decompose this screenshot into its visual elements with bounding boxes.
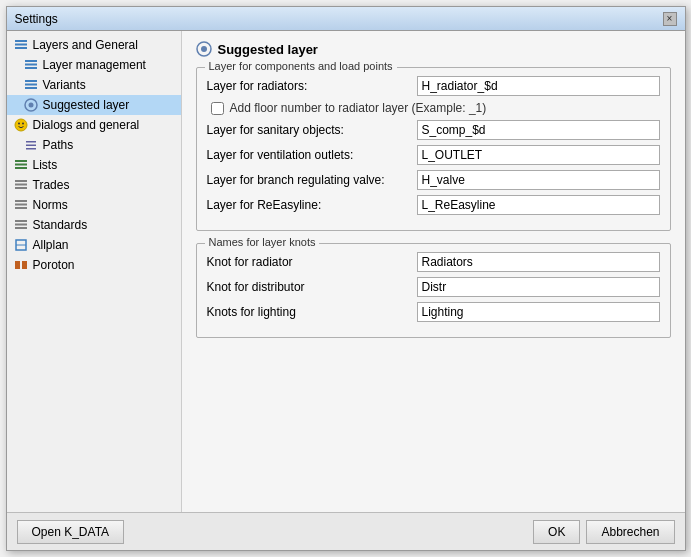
layer-components-group: Layer for components and load points Lay… [196,67,671,231]
svg-rect-31 [15,261,20,269]
sidebar-item-lists[interactable]: Lists [7,155,181,175]
poroton-icon [13,257,29,273]
sidebar-item-layers-general[interactable]: Layers and General [7,35,181,55]
svg-rect-28 [15,227,27,229]
svg-rect-25 [15,207,27,209]
sidebar-item-label: Dialogs and general [33,118,140,132]
sidebar-item-label: Allplan [33,238,69,252]
smiley-icon [13,117,29,133]
layer-sanitary-row: Layer for sanitary objects: [207,120,660,140]
svg-point-10 [28,103,33,108]
svg-rect-8 [25,87,37,89]
knot-radiator-label: Knot for radiator [207,255,417,269]
dialog-body: Layers and GeneralLayer managementVarian… [7,31,685,512]
knot-distributor-label: Knot for distributor [207,280,417,294]
sidebar-item-variants[interactable]: Variants [7,75,181,95]
sidebar-item-label: Suggested layer [43,98,130,112]
svg-rect-7 [25,84,37,86]
svg-rect-32 [22,261,27,269]
add-floor-number-row: Add floor number to radiator layer (Exam… [207,101,660,115]
layer-ventilation-input[interactable] [417,145,660,165]
svg-rect-0 [15,40,27,42]
main-content: Suggested layer Layer for components and… [182,31,685,512]
sidebar-item-standards[interactable]: Standards [7,215,181,235]
dialog-title: Settings [15,12,58,26]
layer-ventilation-row: Layer for ventilation outlets: [207,145,660,165]
knot-radiator-input[interactable] [417,252,660,272]
suggested-icon [23,97,39,113]
sidebar-item-layer-management[interactable]: Layer management [7,55,181,75]
knots-lighting-row: Knots for lighting [207,302,660,322]
add-floor-number-checkbox[interactable] [211,102,224,115]
layers-icon [13,37,29,53]
cancel-button[interactable]: Abbrechen [586,520,674,544]
sidebar-item-label: Norms [33,198,68,212]
sidebar-item-label: Paths [43,138,74,152]
layer-knots-group: Names for layer knots Knot for radiator … [196,243,671,338]
layer-branch-label: Layer for branch regulating valve: [207,173,417,187]
footer-left: Open K_DATA [17,520,125,544]
sidebar-item-label: Variants [43,78,86,92]
sidebar-item-dialogs-general[interactable]: Dialogs and general [7,115,181,135]
sidebar: Layers and GeneralLayer managementVarian… [7,31,182,512]
settings-icon [23,137,39,153]
svg-rect-4 [25,64,37,66]
svg-rect-23 [15,200,27,202]
open-kdata-button[interactable]: Open K_DATA [17,520,125,544]
sidebar-item-norms[interactable]: Norms [7,195,181,215]
layer-reeasyline-label: Layer for ReEasyline: [207,198,417,212]
sidebar-item-suggested-layer[interactable]: Suggested layer [7,95,181,115]
knots-lighting-label: Knots for lighting [207,305,417,319]
svg-point-11 [15,119,27,131]
footer-right: OK Abbrechen [533,520,674,544]
layer-sanitary-input[interactable] [417,120,660,140]
sidebar-item-label: Standards [33,218,88,232]
svg-point-34 [201,46,207,52]
standards-icon [13,217,29,233]
sidebar-item-trades[interactable]: Trades [7,175,181,195]
svg-rect-21 [15,184,27,186]
svg-rect-17 [15,160,27,162]
svg-rect-19 [15,167,27,169]
ok-button[interactable]: OK [533,520,580,544]
sidebar-item-poroton[interactable]: Poroton [7,255,181,275]
svg-rect-27 [15,224,27,226]
sidebar-item-label: Lists [33,158,58,172]
layer-branch-input[interactable] [417,170,660,190]
layer-ventilation-label: Layer for ventilation outlets: [207,148,417,162]
svg-rect-5 [25,67,37,69]
layer-radiators-row: Layer for radiators: [207,76,660,96]
layer-reeasyline-row: Layer for ReEasyline: [207,195,660,215]
svg-rect-22 [15,187,27,189]
svg-rect-14 [26,141,36,143]
layer-radiators-label: Layer for radiators: [207,79,417,93]
layer-radiators-input[interactable] [417,76,660,96]
close-button[interactable]: × [663,12,677,26]
svg-point-12 [18,123,20,125]
knots-lighting-input[interactable] [417,302,660,322]
svg-rect-1 [15,44,27,46]
knot-distributor-row: Knot for distributor [207,277,660,297]
sidebar-item-allplan[interactable]: Allplan [7,235,181,255]
dialog-footer: Open K_DATA OK Abbrechen [7,512,685,550]
sidebar-item-label: Trades [33,178,70,192]
suggested-layer-icon [196,41,212,57]
svg-rect-20 [15,180,27,182]
sidebar-item-label: Poroton [33,258,75,272]
layers-icon [23,57,39,73]
settings-dialog: Settings × Layers and GeneralLayer manag… [6,6,686,551]
knot-distributor-input[interactable] [417,277,660,297]
sidebar-item-label: Layers and General [33,38,138,52]
knot-radiator-row: Knot for radiator [207,252,660,272]
add-floor-number-label: Add floor number to radiator layer (Exam… [230,101,487,115]
layer-reeasyline-input[interactable] [417,195,660,215]
svg-rect-24 [15,204,27,206]
trades-icon [13,177,29,193]
list-icon [13,157,29,173]
group1-legend: Layer for components and load points [205,60,397,72]
svg-rect-6 [25,80,37,82]
sidebar-item-paths[interactable]: Paths [7,135,181,155]
svg-rect-3 [25,60,37,62]
group2-legend: Names for layer knots [205,236,320,248]
svg-rect-16 [26,148,36,150]
